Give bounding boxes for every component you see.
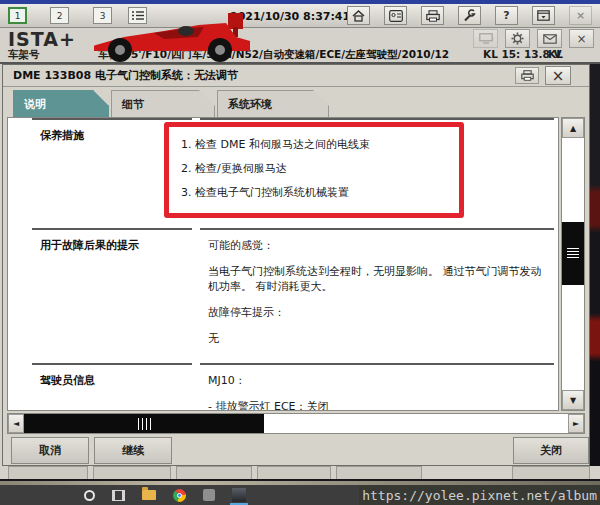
dialog-titlebar: DME 133B08 电子气门控制系统：无法调节 [3,65,589,87]
grip-icon [138,418,151,430]
close-icon: × [552,67,565,85]
help-icon: ? [503,9,509,22]
home-icon [352,10,365,22]
section-content: MJ10：- 排放警示灯 ECE：关闭- 电子式发动机功率下降 ECE：接通- … [200,363,554,411]
highlight-red-box: 1. 检查 DME 和伺服马达之间的电线束2. 检查/更换伺服马达3. 检查电子… [164,122,464,218]
messages-button[interactable] [537,29,562,48]
gear-icon [511,32,524,45]
help-button[interactable]: ? [495,6,518,25]
grip-icon [567,248,579,259]
content-line: 2. 检查/更换伺服马达 [181,161,445,176]
scroll-right-button[interactable]: ► [568,414,584,433]
dialog-tabs: 说明 细节 系统环境 [3,89,589,117]
id-card-icon [389,10,403,22]
scroll-up-button[interactable]: ▲ [562,118,584,138]
chrome-icon[interactable] [173,489,186,502]
section-label: 驾驶员信息 [32,363,192,411]
continue-button[interactable]: 继续 [94,437,172,464]
background-button-row [0,466,600,479]
mail-icon [543,34,557,44]
settings-button[interactable] [505,29,530,48]
tab-system-environment[interactable]: 系统环境 [217,90,329,117]
desktop-background-sliver [590,64,600,466]
active-app-icon[interactable] [232,488,246,502]
section-content: 可能的感觉：当电子气门控制系统达到全程时，无明显影响。 通过节气门调节发动机功率… [200,228,554,363]
arrow-left-icon: ◄ [13,419,19,428]
section-label: 用于故障后果的提示 [32,228,192,363]
section-row: 用于故障后果的提示可能的感觉：当电子气门控制系统达到全程时，无明显影响。 通过节… [8,228,558,363]
scroll-down-button[interactable]: ▼ [562,390,584,410]
section-row: 保养措施1. 检查 DME 和伺服马达之间的电线束2. 检查/更换伺服马达3. … [8,118,558,228]
vehicle-identification-button[interactable] [384,6,407,25]
display-mode-button[interactable] [473,29,498,48]
tab-details[interactable]: 细节 [111,90,215,117]
dialog-print-button[interactable] [515,67,539,84]
task-view-icon[interactable] [112,490,125,501]
screen: { "window": { "datetime": "2021/10/30 8:… [0,0,600,505]
background-button [176,466,252,479]
vehicle-info-bar: 车架号 车辆： 5'/F10/四门车/523i/N52/自动变速箱/ECE/左座… [0,47,600,62]
tab-description[interactable]: 说明 [13,90,109,117]
content-line: - 排放警示灯 ECE：关闭 [208,399,548,411]
main-toolbar: 1 2 3 2021/10/30 8:37:41 [0,4,600,28]
minimize-button[interactable] [532,6,555,25]
printer-icon [426,10,440,22]
background-button [93,466,171,479]
dialog-title: DME 133B08 电子气门控制系统：无法调节 [13,68,238,83]
session-close-button[interactable]: × [569,29,594,48]
wrench-icon [463,9,476,22]
display-icon [479,33,493,44]
content-line: 1. 检查 DME 和伺服马达之间的电线束 [181,137,445,152]
content-line: 3. 检查电子气门控制系统机械装置 [181,185,445,200]
content-line: 可能的感觉： [208,238,548,253]
window-collapse-icon [537,10,550,21]
close-icon: × [576,32,586,46]
background-button [512,466,590,479]
nav-step-1-button[interactable]: 1 [8,7,27,24]
race-car-image [94,11,266,63]
watermark-text: https://yolee.pixnet.net/album [359,485,600,505]
section-row: 驾驶员信息MJ10：- 排放警示灯 ECE：关闭- 电子式发动机功率下降 ECE… [8,363,558,411]
settings-tools-button[interactable] [458,6,481,25]
close-button[interactable]: 关闭 [513,437,589,464]
horizontal-scroll-thumb[interactable] [24,414,264,433]
nav-step-2-button[interactable]: 2 [50,7,69,24]
cortana-icon[interactable] [84,490,95,501]
dialog-close-button[interactable]: × [545,66,571,85]
vertical-scroll-thumb[interactable] [562,222,584,285]
brand-row: ISTA+ × [0,28,600,48]
content-line: 无 [208,331,548,346]
background-button [336,466,422,479]
background-button [257,466,331,479]
fault-detail-dialog: DME 133B08 电子气门控制系统：无法调节 × 说明 细节 系统环境 保养… [2,64,590,466]
content-line: 故障停车提示： [208,305,548,320]
section-content: 1. 检查 DME 和伺服马达之间的电线束2. 检查/更换伺服马达3. 检查电子… [200,118,554,228]
horizontal-scrollbar[interactable]: ◄ ► [7,413,585,434]
vin-label: 车架号 [8,48,40,62]
content-line: MJ10： [208,373,548,388]
windows-taskbar: https://yolee.pixnet.net/album [0,485,600,505]
cancel-button[interactable]: 取消 [11,437,89,464]
background-button [8,466,88,479]
vertical-scrollbar[interactable]: ▲ ▼ [561,117,585,411]
app-icon[interactable] [203,489,215,501]
home-button[interactable] [347,6,370,25]
print-button[interactable] [421,6,444,25]
printer-icon [521,70,534,81]
file-explorer-icon[interactable] [142,490,156,500]
content-line: 当电子气门控制系统达到全程时，无明显影响。 通过节气门调节发动机功率。 有时消耗… [208,264,548,294]
close-icon: × [576,9,585,22]
content-sections: 保养措施1. 检查 DME 和伺服马达之间的电线束2. 检查/更换伺服马达3. … [7,117,559,411]
arrow-down-icon: ▼ [570,396,576,405]
arrow-up-icon: ▲ [570,124,576,133]
scroll-left-button[interactable]: ◄ [8,414,24,433]
app-close-button[interactable]: × [569,6,592,25]
arrow-right-icon: ► [573,419,579,428]
